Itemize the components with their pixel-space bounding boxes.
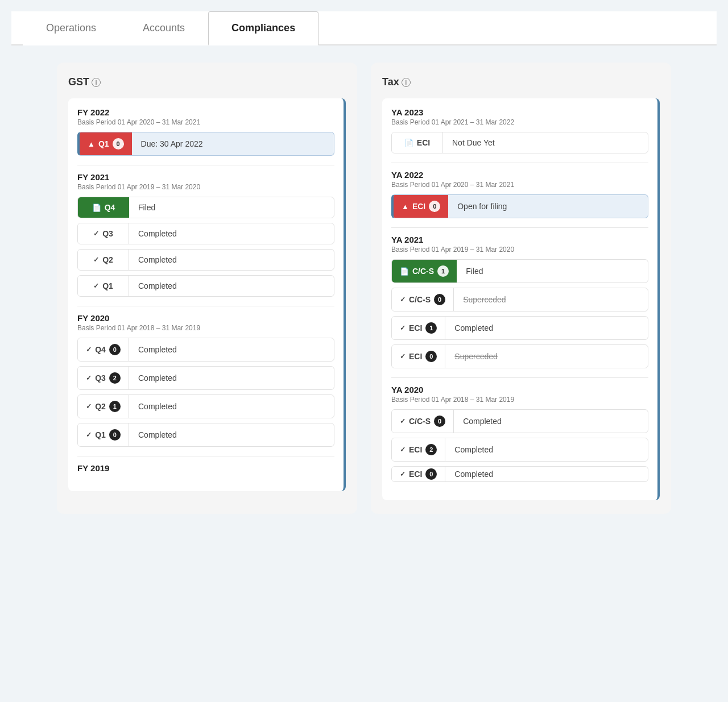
warning-icon: ▲ — [402, 202, 409, 211]
tab-accounts[interactable]: Accounts — [119, 11, 208, 45]
gst-q1-2020-row[interactable]: ✓ Q1 0 Completed — [77, 423, 334, 447]
gst-fy2021-section: FY 2021 Basis Period 01 Apr 2019 – 31 Ma… — [77, 172, 334, 297]
gst-q4-2020-row[interactable]: ✓ Q4 0 Completed — [77, 338, 334, 362]
check-icon: ✓ — [400, 417, 406, 425]
tax-ccs-super-2021-count: 0 — [434, 294, 445, 305]
tax-eci-super-2021-status: Superceded — [445, 346, 648, 367]
tax-ya2022-basis: Basis Period 01 Apr 2020 – 31 Mar 2021 — [391, 181, 648, 189]
check-icon: ✓ — [86, 346, 92, 354]
gst-q4-2020-count: 0 — [109, 344, 121, 355]
tax-eci-super-2021-badge: ✓ ECI 0 — [392, 345, 445, 368]
gst-q4-2020-badge: ✓ Q4 0 — [78, 338, 129, 361]
tax-ya2021-basis: Basis Period 01 Apr 2019 – 31 Mar 2020 — [391, 246, 648, 254]
tax-info-icon[interactable]: i — [402, 78, 411, 87]
tax-eci-2023-badge: 📄 ECI — [392, 132, 443, 153]
tax-eci-2022-count: 0 — [429, 201, 440, 212]
tab-operations[interactable]: Operations — [23, 11, 119, 45]
gst-q4-2021-badge: 📄 Q4 — [78, 197, 129, 218]
check-icon: ✓ — [93, 256, 99, 264]
check-icon: ✓ — [400, 446, 406, 454]
gst-fy2022-basis: Basis Period 01 Apr 2020 – 31 Mar 2021 — [77, 118, 334, 126]
doc-icon: 📄 — [400, 267, 409, 276]
tax-scroll-area[interactable]: YA 2023 Basis Period 01 Apr 2021 – 31 Ma… — [382, 98, 660, 500]
tax-ya2021-section: YA 2021 Basis Period 01 Apr 2019 – 31 Ma… — [391, 235, 648, 368]
tax-ccs-super-2021-row[interactable]: ✓ C/C-S 0 Superceded — [391, 288, 648, 311]
gst-q2-2020-badge: ✓ Q2 1 — [78, 395, 129, 418]
tax-ccs-filed-2021-row[interactable]: 📄 C/C-S 1 Filed — [391, 259, 648, 283]
gst-q2-2021-row[interactable]: ✓ Q2 Completed — [77, 249, 334, 271]
tax-card: Tax i YA 2023 Basis Period 01 Apr 2021 –… — [371, 63, 671, 514]
gst-q3-2021-badge: ✓ Q3 — [78, 223, 129, 244]
gst-q1-2021-status: Completed — [129, 276, 334, 296]
check-icon: ✓ — [86, 431, 92, 439]
tabs-container: Operations Accounts Compliances — [11, 11, 717, 45]
gst-q3-2020-badge: ✓ Q3 2 — [78, 367, 129, 389]
check-icon: ✓ — [93, 282, 99, 290]
gst-q2-2020-row[interactable]: ✓ Q2 1 Completed — [77, 394, 334, 418]
tax-ccs-super-2021-badge: ✓ C/C-S 0 — [392, 288, 454, 311]
tax-ccs-filed-2021-count: 1 — [437, 265, 449, 277]
tax-eci-comp-2021-badge: ✓ ECI 1 — [392, 317, 445, 339]
tax-eci-2020-partial-badge: ✓ ECI 0 — [392, 466, 445, 482]
tax-eci-2022-badge: ▲ ECI 0 — [394, 195, 448, 218]
tax-eci-2020-partial-count: 0 — [425, 468, 437, 480]
warning-icon: ▲ — [88, 140, 95, 148]
gst-q1-2022-badge: ▲ Q1 0 — [80, 132, 132, 155]
gst-q1-2020-status: Completed — [129, 425, 334, 445]
gst-q2-2020-status: Completed — [129, 396, 334, 417]
tax-ccs-filed-2021-badge: 📄 C/C-S 1 — [392, 260, 457, 283]
tax-ya2023-section: YA 2023 Basis Period 01 Apr 2021 – 31 Ma… — [391, 107, 648, 153]
gst-q4-2021-row[interactable]: 📄 Q4 Filed — [77, 197, 334, 218]
gst-card-title: GST i — [68, 76, 346, 88]
tax-eci-comp-2021-row[interactable]: ✓ ECI 1 Completed — [391, 316, 648, 340]
gst-fy2020-label: FY 2020 — [77, 313, 334, 323]
gst-q1-2020-badge: ✓ Q1 0 — [78, 423, 129, 446]
doc-icon: 📄 — [404, 139, 413, 147]
gst-q1-2022-status: Due: 30 Apr 2022 — [132, 134, 334, 154]
gst-q2-2021-badge: ✓ Q2 — [78, 250, 129, 270]
tax-eci-2020-partial-status: Completed — [445, 466, 648, 482]
tax-eci-comp-2020-count: 2 — [425, 444, 437, 455]
gst-q1-2022-count: 0 — [113, 138, 124, 149]
gst-q3-2020-row[interactable]: ✓ Q3 2 Completed — [77, 366, 334, 390]
tax-card-title: Tax i — [382, 76, 660, 88]
tab-compliances[interactable]: Compliances — [208, 11, 318, 45]
tax-eci-2023-row[interactable]: 📄 ECI Not Due Yet — [391, 132, 648, 153]
gst-fy2020-section: FY 2020 Basis Period 01 Apr 2018 – 31 Ma… — [77, 313, 334, 447]
gst-q1-2021-row[interactable]: ✓ Q1 Completed — [77, 275, 334, 297]
tax-ya2023-basis: Basis Period 01 Apr 2021 – 31 Mar 2022 — [391, 118, 648, 126]
gst-q3-2021-row[interactable]: ✓ Q3 Completed — [77, 223, 334, 244]
gst-fy2020-basis: Basis Period 01 Apr 2018 – 31 Mar 2019 — [77, 324, 334, 332]
tax-eci-super-2021-row[interactable]: ✓ ECI 0 Superceded — [391, 344, 648, 368]
check-icon: ✓ — [400, 296, 406, 304]
gst-q3-2020-count: 2 — [109, 372, 121, 384]
tax-ccs-2020-status: Completed — [454, 411, 648, 431]
gst-scroll-area[interactable]: FY 2022 Basis Period 01 Apr 2020 – 31 Ma… — [68, 98, 346, 491]
tax-ya2022-section: YA 2022 Basis Period 01 Apr 2020 – 31 Ma… — [391, 170, 648, 218]
check-icon: ✓ — [400, 352, 406, 360]
tax-eci-2022-row[interactable]: ▲ ECI 0 Open for filing — [391, 194, 648, 218]
tax-eci-comp-2020-badge: ✓ ECI 2 — [392, 438, 445, 461]
check-icon: ✓ — [93, 230, 99, 238]
tax-ya2022-label: YA 2022 — [391, 170, 648, 180]
tax-ya2020-label: YA 2020 — [391, 385, 648, 394]
tax-eci-2020-partial-row[interactable]: ✓ ECI 0 Completed — [391, 466, 648, 482]
gst-q3-2020-status: Completed — [129, 368, 334, 388]
gst-fy2021-label: FY 2021 — [77, 172, 334, 182]
tax-ccs-2020-badge: ✓ C/C-S 0 — [392, 410, 454, 433]
gst-info-icon[interactable]: i — [92, 78, 101, 87]
gst-fy2021-basis: Basis Period 01 Apr 2019 – 31 Mar 2020 — [77, 183, 334, 191]
doc-icon: 📄 — [92, 203, 101, 212]
check-icon: ✓ — [86, 374, 92, 382]
check-icon: ✓ — [400, 324, 406, 332]
main-content: GST i FY 2022 Basis Period 01 Apr 2020 –… — [51, 63, 677, 514]
tax-ya2023-label: YA 2023 — [391, 107, 648, 117]
gst-q2-2020-count: 1 — [109, 401, 121, 412]
gst-q2-2021-status: Completed — [129, 250, 334, 270]
tax-eci-comp-2020-row[interactable]: ✓ ECI 2 Completed — [391, 438, 648, 462]
tax-eci-comp-2020-status: Completed — [445, 439, 648, 460]
tax-eci-2023-status: Not Due Yet — [443, 132, 648, 153]
gst-q1-2020-count: 0 — [109, 429, 121, 441]
gst-q1-2022-row[interactable]: ▲ Q1 0 Due: 30 Apr 2022 — [77, 132, 334, 156]
tax-ccs-2020-row[interactable]: ✓ C/C-S 0 Completed — [391, 409, 648, 433]
